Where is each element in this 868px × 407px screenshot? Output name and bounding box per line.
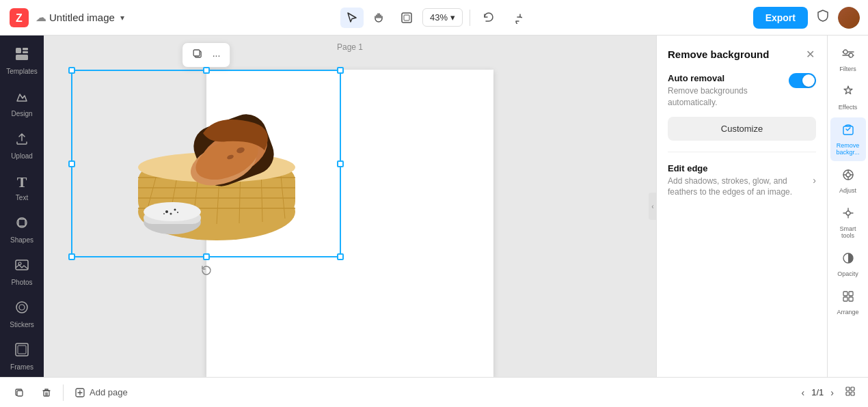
image-selection[interactable]: ··· [71, 70, 341, 257]
svg-rect-62 [849, 292, 853, 296]
edit-edge-chevron: › [813, 175, 816, 186]
adjust-icon [841, 168, 855, 185]
sidebar-item-shapes[interactable]: Shapes [3, 210, 41, 249]
panel-title: Remove background [668, 48, 769, 60]
handle-bottom-left[interactable] [68, 253, 75, 260]
sidebar-item-design[interactable]: Design [3, 83, 41, 123]
duplicate-button[interactable] [188, 46, 207, 64]
sidebar-item-upload[interactable]: Upload [3, 126, 41, 165]
icon-bar: Filters Effects Remove backgr... [827, 36, 868, 377]
svg-rect-72 [851, 392, 854, 395]
edit-edge-title: Edit edge [668, 163, 813, 173]
auto-removal-text: Auto removal Remove backgrounds automati… [668, 73, 783, 109]
text-icon: T [17, 173, 27, 191]
title-chevron-button[interactable]: ▾ [118, 12, 127, 24]
handle-middle-right[interactable] [337, 160, 344, 167]
title-area: ☁ Untitled image ▾ [36, 11, 127, 24]
svg-rect-63 [843, 297, 847, 301]
handle-top-center[interactable] [203, 67, 210, 74]
svg-rect-15 [18, 346, 26, 354]
redo-button[interactable] [504, 8, 528, 28]
remove-bg-label: Remove backgr... [833, 142, 863, 156]
selection-toolbar: ··· [182, 42, 231, 68]
filters-icon [841, 46, 855, 64]
icon-bar-filters[interactable]: Filters [830, 41, 866, 78]
svg-point-41 [165, 210, 168, 213]
hand-tool-button[interactable] [368, 8, 391, 28]
sidebar-item-design-label: Design [11, 110, 32, 117]
icon-bar-effects[interactable]: Effects [830, 79, 866, 116]
add-page-button[interactable]: Add page [69, 383, 133, 402]
handle-middle-left[interactable] [68, 160, 75, 167]
rotate-handle[interactable] [200, 264, 213, 281]
svg-rect-5 [23, 48, 28, 51]
svg-rect-9 [18, 219, 25, 226]
sidebar-item-stickers-label: Stickers [10, 321, 34, 328]
sidebar-item-photos-label: Photos [11, 279, 32, 286]
icon-bar-opacity[interactable]: Opacity [830, 246, 866, 283]
edit-edge-section[interactable]: Edit edge Add shadows, strokes, glow, an… [668, 160, 816, 201]
svg-point-11 [18, 262, 21, 265]
icon-bar-remove-bg[interactable]: Remove backgr... [830, 117, 866, 161]
svg-rect-7 [16, 55, 28, 60]
sidebar-item-stickers[interactable]: Stickers [3, 294, 41, 334]
sidebar-item-text[interactable]: T Text [3, 168, 41, 207]
svg-rect-17 [193, 50, 200, 56]
adjust-label: Adjust [839, 187, 856, 194]
topbar: Z ☁ Untitled image ▾ 43% ▾ [0, 0, 868, 36]
sidebar-item-photos[interactable]: Photos [3, 252, 41, 292]
sidebar-item-text-label: Text [16, 194, 28, 201]
handle-bottom-right[interactable] [337, 253, 344, 260]
bottom-bar: Add page ‹ 1/1 › [0, 377, 868, 407]
sidebar-item-frames[interactable]: Frames [3, 337, 41, 376]
sidebar-item-upload-label: Upload [11, 152, 33, 160]
document-title: Untitled image [49, 12, 115, 23]
svg-rect-52 [843, 126, 853, 135]
remove-bg-panel: ‹ Remove background ✕ Auto removal Remov… [656, 36, 827, 377]
export-button[interactable]: Export [753, 7, 808, 29]
logo-button[interactable]: Z [8, 7, 30, 29]
prev-page-button[interactable]: ‹ [798, 384, 809, 401]
user-avatar[interactable] [838, 7, 860, 29]
select-tool-button[interactable] [340, 8, 364, 28]
undo-button[interactable] [477, 8, 500, 28]
icon-bar-smart-tools[interactable]: Smart tools [830, 201, 866, 244]
stickers-icon [14, 300, 29, 318]
toolbar-divider [470, 10, 470, 26]
auto-removal-toggle[interactable] [789, 73, 816, 88]
panel-close-button[interactable]: ✕ [804, 46, 816, 62]
copy-page-button[interactable] [8, 383, 30, 402]
icon-bar-arrange[interactable]: Arrange [830, 284, 866, 321]
grid-view-button[interactable] [841, 383, 860, 402]
delete-page-button[interactable] [36, 383, 57, 402]
arrange-label: Arrange [837, 309, 858, 315]
frame-tool-button[interactable] [395, 8, 418, 28]
panel-divider [668, 152, 816, 152]
sidebar-item-templates[interactable]: Templates [3, 41, 41, 81]
svg-rect-3 [404, 15, 409, 20]
page-indicator: 1/1 [811, 387, 824, 397]
right-tools: Export [753, 6, 860, 29]
templates-icon [14, 46, 29, 65]
svg-point-46 [843, 50, 847, 54]
svg-point-54 [846, 173, 850, 177]
page-label: Page 1 [337, 42, 363, 52]
panel-collapse-handle[interactable]: ‹ [649, 193, 657, 220]
shield-button[interactable] [813, 6, 832, 29]
handle-top-right[interactable] [337, 67, 344, 74]
svg-point-47 [849, 53, 853, 57]
next-page-button[interactable]: › [826, 384, 838, 401]
upload-icon [14, 131, 29, 150]
sidebar-item-shapes-label: Shapes [10, 236, 33, 244]
handle-bottom-center[interactable] [203, 253, 210, 260]
opacity-icon [841, 251, 855, 268]
svg-point-45 [163, 213, 165, 214]
customize-button[interactable]: Customize [668, 117, 816, 141]
more-options-button[interactable]: ··· [208, 46, 225, 64]
handle-top-left[interactable] [68, 67, 75, 74]
shapes-icon [14, 215, 29, 234]
zoom-button[interactable]: 43% ▾ [422, 8, 463, 27]
auto-removal-desc: Remove backgrounds automatically. [668, 85, 783, 109]
icon-bar-adjust[interactable]: Adjust [830, 163, 866, 199]
svg-point-13 [19, 305, 25, 310]
